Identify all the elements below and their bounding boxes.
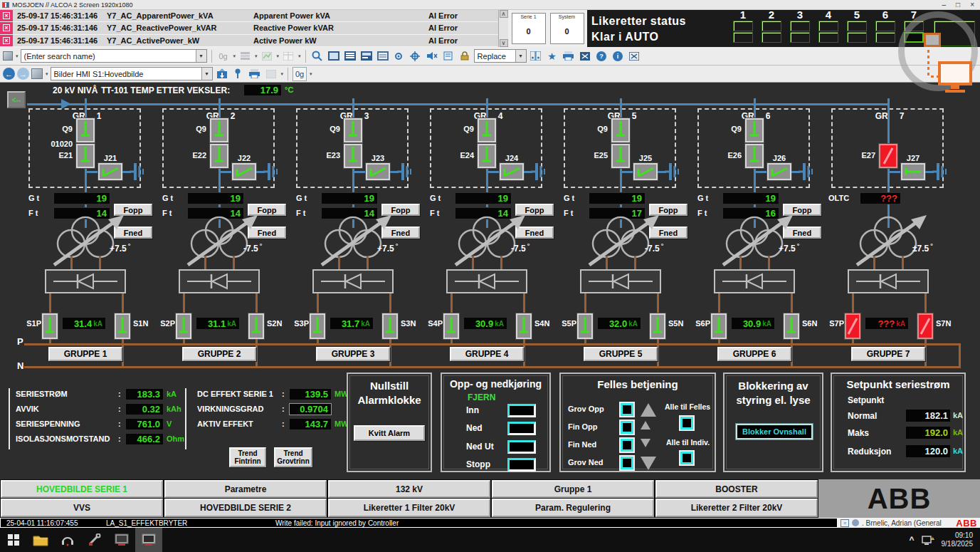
transformer-icon[interactable] [178,214,285,269]
nav-button[interactable]: 132 kV [328,480,490,498]
gruppe-button[interactable]: GRUPPE 7 [851,347,925,361]
mute-speaker-icon[interactable] [425,49,439,63]
rectifier-icon[interactable] [45,269,126,293]
table-icon[interactable] [281,49,295,63]
display-cube-icon[interactable] [31,68,43,79]
picture-select[interactable]: Bilder HMI S1:Hovedbilde ▾ [51,67,213,80]
note-icon[interactable] [441,49,455,63]
oppned-indicator[interactable] [507,458,536,472]
s-pos-breaker[interactable] [310,313,325,339]
s-pos-breaker[interactable] [443,313,459,339]
nav-button[interactable]: VVS [1,499,163,517]
nav-button[interactable]: Param. Regulering [492,499,654,517]
forward-icon[interactable]: → [17,68,29,80]
alarm-row[interactable]: × 25-09-17 15:46:31:146 Y7_AC_ApparentPo… [0,10,498,22]
list-view-icon[interactable] [238,49,252,63]
nav-button[interactable]: Likeretter 1 Filter 20kV [328,499,490,517]
j-disconnector[interactable] [98,163,122,180]
settings-gear-icon[interactable] [409,49,423,63]
j-disconnector[interactable] [366,163,390,180]
document-icon[interactable]: ≡ [841,519,849,527]
s-neg-breaker[interactable] [516,313,532,339]
declutter-icon[interactable]: 0g [216,49,231,63]
q9-breaker[interactable] [745,118,764,142]
s-neg-breaker[interactable] [917,313,933,339]
search-input[interactable]: (Enter search name) ▾ [21,49,207,63]
swap-dropdown-icon[interactable]: ▾ [281,71,284,77]
search-dropdown-icon[interactable]: ▾ [196,50,206,62]
declutter2-icon[interactable]: 0g [293,67,307,81]
help-icon[interactable]: ? [594,49,608,63]
picture-dropdown-icon[interactable]: ▾ [201,68,212,80]
alarm-row[interactable]: × 25-09-17 15:46:31:146 Y7_AC_ReactivePo… [0,22,498,34]
gruppe-button[interactable]: GRUPPE 1 [48,347,122,361]
blokker-ovnshall-button[interactable]: Blokker Ovnshall [736,424,813,439]
active-hmi-app-button[interactable] [135,528,162,552]
alarm-row[interactable]: × 25-09-17 15:46:31:146 Y7_AC_ActivePowe… [0,35,498,47]
rectifier-icon[interactable] [312,269,394,293]
close-display-icon[interactable] [578,49,592,63]
transformer-icon[interactable] [713,214,820,269]
felles-checkbox[interactable] [619,402,635,417]
lock-icon[interactable] [458,49,472,63]
pin-icon[interactable] [231,67,246,81]
replace-dropdown-icon[interactable]: ▾ [515,50,526,62]
j-disconnector[interactable] [767,163,791,180]
taskbar-clock[interactable]: 09:10 9/18/2025 [942,531,974,549]
q9-breaker[interactable] [478,118,496,142]
trend-grovtrinn-button[interactable]: TrendGrovtrinn [274,447,312,467]
s-neg-breaker[interactable] [115,313,130,339]
swap-icon[interactable] [264,67,278,81]
alarm-ack-checkbox[interactable]: × [0,10,13,21]
transformer-icon[interactable] [579,214,686,269]
e-breaker[interactable] [210,144,228,168]
nav-button[interactable]: Parametre [164,480,327,498]
display-dropdown-icon[interactable]: ▾ [46,71,48,77]
j-disconnector[interactable] [901,163,925,180]
up-small-arrow-icon[interactable] [641,421,650,429]
rectifier-icon[interactable] [848,269,929,293]
exit-icon[interactable] [627,49,641,63]
setpunkt-value-box[interactable]: 182.1 [906,410,950,422]
felles-checkbox[interactable] [619,437,635,453]
nav-button[interactable]: Likeretter 2 Filter 20kV [655,499,818,517]
close-icon[interactable]: × [970,1,974,9]
list-dropdown-icon[interactable]: ▾ [255,53,258,59]
package-icon[interactable] [215,67,229,81]
s-pos-breaker[interactable] [845,313,860,339]
alle-til-indiv-checkbox[interactable] [679,450,695,466]
nav-button[interactable]: Gruppe 1 [492,480,654,498]
headset-app-button[interactable] [54,528,81,552]
process-gear-icon[interactable] [392,49,406,63]
scroll-up-icon[interactable]: ∧ [500,10,508,18]
rectifier-icon[interactable] [580,269,661,293]
search-icon[interactable] [310,49,325,63]
scroll-down-icon[interactable]: ∨ [500,39,508,47]
transformer-icon[interactable] [847,214,954,269]
e-breaker[interactable] [611,144,630,168]
operator-workplace-button[interactable] [108,528,135,552]
trend-fintrinn-button[interactable]: TrendFintrinn [229,447,266,467]
component-icon[interactable] [3,51,13,61]
tray-chevron-icon[interactable]: ^ [909,535,914,545]
gruppe-button[interactable]: GRUPPE 6 [717,347,791,361]
down-big-arrow-icon[interactable] [641,457,656,470]
j-disconnector[interactable] [500,163,524,180]
alarm-line-icon[interactable] [359,49,374,63]
network-warning-icon[interactable]: ! [922,534,934,546]
s-pos-breaker[interactable] [42,313,58,339]
declutter-dropdown-icon[interactable]: ▾ [233,53,236,59]
s-neg-breaker[interactable] [784,313,799,339]
alarm-scrollbar[interactable]: ∧ ∨ [498,10,508,47]
engineering-tool-button[interactable] [81,528,108,552]
nav-button[interactable]: BOOSTER [655,480,818,498]
q9-breaker[interactable] [344,118,362,142]
s-pos-breaker[interactable] [577,313,593,339]
oppned-indicator[interactable] [507,440,536,454]
alarm-ack-checkbox[interactable]: × [0,22,13,33]
s-neg-breaker[interactable] [382,313,398,339]
print-icon[interactable] [562,49,576,63]
maximize-icon[interactable]: □ [956,1,960,9]
gruppe-button[interactable]: GRUPPE 5 [584,347,658,361]
rectifier-icon[interactable] [446,269,527,293]
